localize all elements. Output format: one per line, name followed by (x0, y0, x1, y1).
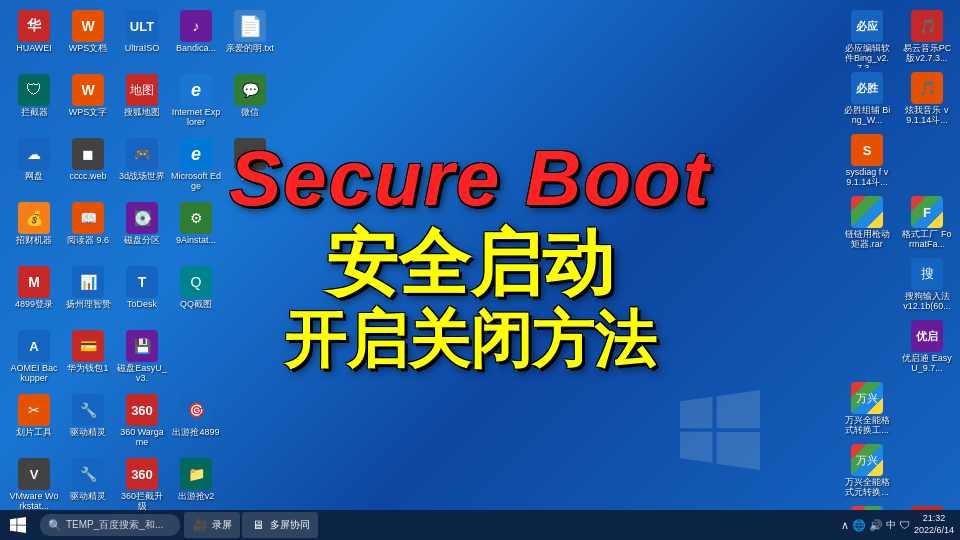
icon-netdisk[interactable]: ☁ 网盘 (8, 136, 60, 198)
multiscreen-icon: 🖥 (250, 517, 266, 533)
multiscreen-label: 多屏协同 (270, 518, 310, 532)
icon-youqitong[interactable]: 优启 优启通 EasyU_9.7... (898, 318, 956, 378)
icon-9ainst[interactable]: ⚙ 9Ainstat... (170, 200, 222, 262)
icon-chain[interactable]: 链链用枪动矩器.rar (838, 194, 896, 254)
icon-wechat[interactable]: 💬 微信 (224, 72, 276, 134)
title-secure-boot: Secure Boot (229, 139, 710, 217)
sys-tray-icons: ∧ 🌐 🔊 中 🛡 (841, 518, 910, 532)
taskbar-right: ∧ 🌐 🔊 中 🛡 21:32 2022/6/14 (841, 513, 960, 536)
icon-huawei[interactable]: 华 HUAWEI (8, 8, 60, 70)
icon-huapian[interactable]: ✂ 划片工具 (8, 392, 60, 454)
icon-driver2[interactable]: 🔧 驱动精灵 (62, 456, 114, 510)
icon-map[interactable]: 地图 搜狐地图 (116, 72, 168, 134)
icon-empty-r1 (898, 132, 956, 192)
icon-douyin[interactable]: ♪ 抖音 (224, 136, 276, 198)
icon-bing2[interactable]: 必胜 必胜组辅 Bing_W... (838, 70, 896, 130)
date-display: 2022/6/14 (914, 525, 954, 537)
icon-todesk[interactable]: T ToDesk (116, 264, 168, 326)
icon-netease-music[interactable]: 🎵 易云音乐PC 版v2.7.3... (898, 8, 956, 68)
icon-3d-game[interactable]: 🎮 3d战场世界 (116, 136, 168, 198)
taskbar-clock[interactable]: 21:32 2022/6/14 (914, 513, 954, 536)
icon-empty-r2 (838, 256, 896, 316)
tray-ime[interactable]: 中 (886, 518, 896, 532)
record-icon: 🎥 (192, 517, 208, 533)
tray-security[interactable]: 🛡 (899, 519, 910, 531)
icon-qqjiepi[interactable]: Q QQ截图 (170, 264, 222, 326)
icon-empty3 (170, 328, 222, 390)
icon-qiang4899[interactable]: 🎯 出游抢4899 (170, 392, 222, 454)
icon-4899[interactable]: M 4899登录 (8, 264, 60, 326)
icon-empty-r4 (898, 380, 956, 440)
taskbar-search-bar[interactable]: 🔍 TEMP_百度搜索_和... (40, 514, 180, 536)
icon-driver[interactable]: 🔧 驱动精灵 (62, 392, 114, 454)
desktop-icons-right: 必应 必应编辑软件Bing_v2.7.3... 🎵 易云音乐PC 版v2.7.3… (838, 8, 956, 510)
icon-empty6 (224, 456, 276, 510)
icon-label: HUAWEI (16, 44, 52, 54)
windows-watermark (680, 390, 760, 470)
icon-wps-writer[interactable]: W WPS文字 (62, 72, 114, 134)
icon-empty5 (224, 392, 276, 454)
icon-360game[interactable]: 360 360 Wargame (116, 392, 168, 454)
icon-cccc[interactable]: ◼ cccc.web (62, 136, 114, 198)
title-chinese-main: 安全启动 (326, 227, 614, 299)
taskbar-items: 🎥 录屏 🖥 多屏协同 (184, 512, 318, 538)
icon-huawei-pay[interactable]: 💳 华为钱包1 (62, 328, 114, 390)
icon-folder[interactable]: 📁 出游抢v2 (170, 456, 222, 510)
icon-wanxing[interactable]: 万兴 万兴全能格式转换工... (838, 380, 896, 440)
taskbar-item-record[interactable]: 🎥 录屏 (184, 512, 240, 538)
title-chinese-sub: 开启关闭方法 (284, 309, 656, 371)
icon-sysdiag[interactable]: S sysdiag f v9.1.14斗... (838, 132, 896, 192)
search-text: TEMP_百度搜索_和... (66, 518, 163, 532)
taskbar-item-multiscreen[interactable]: 🖥 多屏协同 (242, 512, 318, 538)
icon-diskpart[interactable]: 💽 磁盘分区 (116, 200, 168, 262)
icon-reader[interactable]: 📖 阅读器 9.6 (62, 200, 114, 262)
icon-empty-r5 (898, 442, 956, 502)
icon-empty1 (224, 200, 276, 262)
icon-empty-r3 (838, 318, 896, 378)
desktop: 华 HUAWEI W WPS文档 ULT UltraISO ♪ Bandica.… (0, 0, 960, 510)
icon-lanjieqi[interactable]: 🛡 拦截器 (8, 72, 60, 134)
icon-bing-editor[interactable]: 必应 必应编辑软件Bing_v2.7.3... (838, 8, 896, 68)
tray-volume[interactable]: 🔊 (869, 519, 883, 532)
icon-ie[interactable]: e Internet Explorer (170, 72, 222, 134)
icon-ultraiso[interactable]: ULT UltraISO (116, 8, 168, 70)
desktop-icons-left: 华 HUAWEI W WPS文档 ULT UltraISO ♪ Bandica.… (8, 8, 276, 510)
icon-sougou[interactable]: 搜 搜狗输入法 v12.1b(60... (898, 256, 956, 316)
icon-bandica[interactable]: ♪ Bandica... (170, 8, 222, 70)
time-display: 21:32 (914, 513, 954, 525)
icon-txt-file[interactable]: 📄 亲爱的明.txt (224, 8, 276, 70)
search-icon: 🔍 (48, 519, 62, 532)
icon-wanxing2[interactable]: 万兴 万兴全能格式元转换... (838, 442, 896, 502)
icon-vmware[interactable]: V VMware Workstat... (8, 456, 60, 510)
icon-360upgrade[interactable]: 360 360拦截升级 (116, 456, 168, 510)
icon-wps-doc[interactable]: W WPS文档 (62, 8, 114, 70)
icon-xuanwo[interactable]: 🎵 炫我音乐 v9.1.14斗... (898, 70, 956, 130)
icon-stat[interactable]: 📊 扬州理智赞 (62, 264, 114, 326)
record-label: 录屏 (212, 518, 232, 532)
taskbar: 🔍 TEMP_百度搜索_和... 🎥 录屏 🖥 多屏协同 ∧ 🌐 🔊 中 🛡 2… (0, 510, 960, 540)
icon-aomei[interactable]: A AOMEI Backupper (8, 328, 60, 390)
icon-formatfactory[interactable]: F 格式工厂 FormatFa... (898, 194, 956, 254)
icon-edge[interactable]: e Microsoft Edge (170, 136, 222, 198)
icon-caifu[interactable]: 💰 招财机器 (8, 200, 60, 262)
tray-caret[interactable]: ∧ (841, 519, 849, 532)
icon-empty4 (224, 328, 276, 390)
tray-network[interactable]: 🌐 (852, 519, 866, 532)
start-button[interactable] (0, 510, 36, 540)
icon-easyu[interactable]: 💾 磁盘EasyU_v3. (116, 328, 168, 390)
icon-empty2 (224, 264, 276, 326)
